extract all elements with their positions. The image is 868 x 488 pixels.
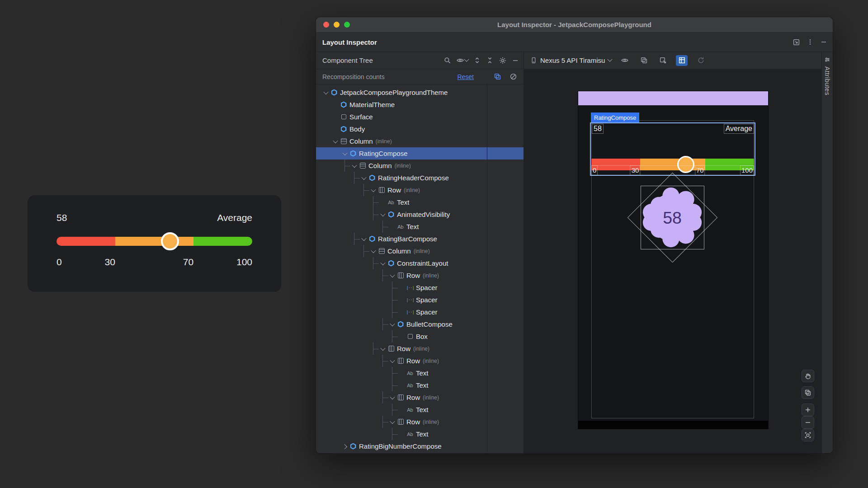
tree-row-label: Box [416,333,428,340]
refresh-icon[interactable] [695,55,707,66]
tree-row[interactable]: AbText [316,404,524,416]
zoom-out-icon[interactable] [802,416,814,429]
hide-window-icon[interactable] [820,38,827,46]
tree-row[interactable]: JetpackComposePlaygroundTheme [316,86,524,99]
chevron-down-icon[interactable] [388,420,396,424]
compose-icon [388,260,394,267]
card-rating-bar[interactable] [57,237,252,246]
close-button[interactable] [323,22,329,28]
tree-row[interactable]: AbText [316,196,524,208]
chevron-down-icon[interactable] [388,396,396,399]
layers-icon[interactable] [638,55,650,66]
chevron-down-icon[interactable] [360,237,368,241]
collapse-all-icon[interactable] [486,56,494,64]
tree-row[interactable]: Surface [316,111,524,123]
tree-row[interactable]: AbText [316,221,524,233]
tree-row[interactable]: |··|Spacer [316,294,524,306]
attributes-icon [824,56,830,63]
device-selector[interactable]: Nexus 5 API Tiramisu [530,56,612,64]
tree-row[interactable]: |··|Spacer [316,306,524,318]
tree-row[interactable]: AbText [316,379,524,391]
tree-row[interactable]: MaterialTheme [316,99,524,111]
rating-bar-thumb[interactable] [161,232,179,250]
kebab-menu-icon[interactable] [807,38,814,46]
layers-icon[interactable] [802,386,814,399]
tree-row[interactable]: AnimatedVisibility [316,208,524,221]
traffic-lights [323,17,350,32]
tree-connector [379,318,388,330]
search-icon[interactable] [443,56,451,64]
expand-all-icon[interactable] [473,56,481,64]
window-titlebar[interactable]: Layout Inspector - JetpackComposePlaygro… [316,17,833,33]
tree-row[interactable]: RatingBigNumberCompose [316,440,524,452]
tree-row[interactable]: Row(inline) [316,355,524,367]
tree-row[interactable]: AbText [316,428,524,440]
hide-panel-icon[interactable] [512,57,519,64]
tree-row[interactable]: Row(inline) [316,391,524,404]
attributes-strip[interactable]: Attributes [821,52,833,454]
chevron-down-icon[interactable] [388,274,396,277]
device-nav-bar [578,421,768,429]
pick-component-icon[interactable] [657,55,669,66]
compose-icon [369,175,375,181]
chevron-down-icon[interactable] [388,359,396,363]
tree-row-suffix: (inline) [376,138,392,145]
tree-row[interactable]: Row(inline) [316,343,524,355]
tree-connector [379,355,388,367]
tree-row[interactable]: Row(inline) [316,269,524,282]
spacer-icon: |··| [406,310,414,314]
minimize-button[interactable] [334,22,340,28]
compose-icon [369,236,375,242]
tree-row[interactable]: Column(inline) [316,135,524,147]
settings-gear-icon[interactable] [499,56,507,65]
tree-row[interactable]: ConstraintLayout [316,257,524,269]
tree-row[interactable]: Column(inline) [316,160,524,172]
tree-row[interactable]: Row(inline) [316,416,524,428]
chevron-down-icon[interactable] [331,140,339,143]
open-tool-window-icon[interactable] [793,38,800,46]
tree-row[interactable]: Box [316,330,524,343]
clear-counts-icon[interactable] [509,73,517,80]
chevron-down-icon[interactable] [379,347,387,351]
device-rating-label: Average [724,124,754,134]
tree-row[interactable]: Column(inline) [316,245,524,257]
layout-bounds-toggle[interactable] [676,55,688,66]
tree-row-label: Text [397,198,410,206]
chevron-down-icon[interactable] [369,188,377,192]
device-screen[interactable]: RatingCompose 58 Average 0 30 70 100 [578,91,768,429]
visibility-options-icon[interactable] [619,55,631,66]
chevron-down-icon[interactable] [379,262,387,265]
tree-row[interactable]: |··|Spacer [316,282,524,294]
chevron-down-icon[interactable] [322,91,330,94]
chevron-right-icon[interactable] [341,445,349,448]
chevron-down-icon[interactable] [388,323,396,326]
chevron-down-icon[interactable] [369,249,377,253]
tree-row[interactable]: AbText [316,367,524,379]
device-panel: Nexus 5 API Tiramisu [524,52,821,454]
tree-row[interactable]: RatingBarCompose [316,233,524,245]
chevron-down-icon[interactable] [360,176,368,180]
tree-row[interactable]: RatingCompose [316,147,524,160]
scale-100: 100 [740,165,754,175]
pan-icon[interactable] [802,370,814,382]
tree-row-label: Text [416,381,429,389]
zoom-fit-icon[interactable] [802,429,814,441]
tree-row[interactable]: BulletCompose [316,318,524,330]
render-canvas[interactable]: RatingCompose 58 Average 0 30 70 100 [524,69,821,454]
chevron-down-icon[interactable] [341,152,349,155]
tree-row-label: Spacer [416,284,438,291]
chevron-down-icon[interactable] [379,213,387,216]
tree-connector [379,221,388,233]
tree-row[interactable]: RatingHeaderCompose [316,172,524,184]
zoom-in-icon[interactable] [802,404,814,416]
tree-connector [350,172,360,184]
tree-connector [341,160,350,172]
tree-row[interactable]: Body [316,123,524,135]
reset-link[interactable]: Reset [457,73,474,80]
visibility-icon[interactable] [456,56,468,64]
tree-row[interactable]: Row(inline) [316,184,524,196]
copy-counts-icon[interactable] [494,73,501,80]
chevron-down-icon[interactable] [350,164,358,168]
zoom-button[interactable] [344,22,350,28]
attributes-tab-label[interactable]: Attributes [824,66,831,95]
